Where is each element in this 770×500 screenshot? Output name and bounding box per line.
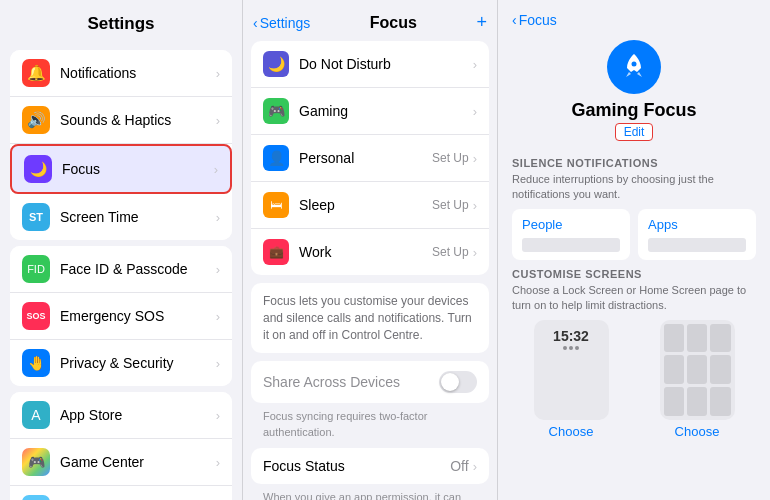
gamecenter-label: Game Center: [60, 454, 216, 470]
chevron-left-icon: ‹: [253, 15, 258, 31]
chevron-right-icon: ›: [216, 408, 220, 423]
middle-header: ‹ Settings Focus +: [243, 0, 497, 41]
dnd-icon: 🌙: [263, 51, 289, 77]
faceid-icon: FID: [22, 255, 50, 283]
focus-back-label: Focus: [519, 12, 557, 28]
app-block-4: [664, 355, 684, 384]
focus-status-item[interactable]: Focus Status Off ›: [251, 448, 489, 484]
chevron-right-icon: ›: [216, 113, 220, 128]
people-button[interactable]: People: [512, 209, 630, 260]
customise-label: CUSTOMISE SCREENS: [512, 268, 756, 280]
app-block-7: [664, 387, 684, 416]
sidebar-item-faceid[interactable]: FID Face ID & Passcode ›: [10, 246, 232, 293]
privacy-icon: 🤚: [22, 349, 50, 377]
focus-items-group: 🌙 Do Not Disturb › ➜ 🎮 Gaming › 👤 Person…: [251, 41, 489, 275]
settings-back-label: Settings: [260, 15, 311, 31]
app-block-2: [687, 324, 707, 353]
customise-desc: Choose a Lock Screen or Home Screen page…: [512, 283, 756, 314]
focus-item-gaming[interactable]: ➜ 🎮 Gaming ›: [251, 88, 489, 135]
chevron-right-icon: ›: [216, 66, 220, 81]
focus-item-sleep[interactable]: 🛏 Sleep Set Up ›: [251, 182, 489, 229]
home-screen-preview: Choose: [638, 320, 756, 439]
gaming-focus-header: Gaming Focus Edit: [512, 36, 756, 141]
sidebar-item-privacy[interactable]: 🤚 Privacy & Security ›: [10, 340, 232, 386]
people-label: People: [522, 217, 562, 232]
sidebar-item-appstore[interactable]: A App Store ›: [10, 392, 232, 439]
people-placeholder: [522, 238, 620, 252]
sidebar-item-icloud[interactable]: ☁ iCloud ›: [10, 486, 232, 500]
svg-point-0: [632, 62, 637, 67]
sleep-setup: Set Up: [432, 198, 469, 212]
focus-item-work[interactable]: 💼 Work Set Up ›: [251, 229, 489, 275]
focus-panel-title: Focus: [370, 14, 417, 32]
app-block-1: [664, 324, 684, 353]
personal-setup: Set Up: [432, 151, 469, 165]
add-focus-button[interactable]: +: [476, 12, 487, 33]
appstore-icon: A: [22, 401, 50, 429]
lock-screen-choose[interactable]: Choose: [549, 424, 594, 439]
faceid-label: Face ID & Passcode: [60, 261, 216, 277]
chevron-right-icon: ›: [473, 104, 477, 119]
apps-button[interactable]: Apps: [638, 209, 756, 260]
icloud-icon: ☁: [22, 495, 50, 500]
sleep-icon: 🛏: [263, 192, 289, 218]
dnd-label: Do Not Disturb: [299, 56, 473, 72]
silence-section-label: SILENCE NOTIFICATIONS: [512, 157, 756, 169]
privacy-label: Privacy & Security: [60, 355, 216, 371]
sounds-label: Sounds & Haptics: [60, 112, 216, 128]
sidebar-item-emergencysos[interactable]: SOS Emergency SOS ›: [10, 293, 232, 340]
chevron-right-icon: ›: [216, 455, 220, 470]
settings-group-3: A App Store › 🎮 Game Center › ☁ iCloud ›…: [10, 392, 232, 500]
right-content: Gaming Focus Edit SILENCE NOTIFICATIONS …: [498, 36, 770, 500]
sidebar-item-notifications[interactable]: 🔔 Notifications ›: [10, 50, 232, 97]
chevron-right-icon: ›: [473, 245, 477, 260]
app-block-9: [710, 387, 730, 416]
work-icon: 💼: [263, 239, 289, 265]
app-block-5: [687, 355, 707, 384]
sleep-label: Sleep: [299, 197, 432, 213]
chevron-right-icon: ›: [216, 356, 220, 371]
home-apps-grid: [660, 320, 735, 420]
sidebar-item-gamecenter[interactable]: 🎮 Game Center ›: [10, 439, 232, 486]
notifications-label: Notifications: [60, 65, 216, 81]
share-across-label: Share Across Devices: [263, 374, 439, 390]
settings-title: Settings: [0, 0, 242, 44]
edit-gaming-button[interactable]: Edit: [615, 123, 654, 141]
chevron-right-icon: ›: [216, 210, 220, 225]
settings-back-button[interactable]: ‹ Settings: [253, 15, 310, 31]
focus-item-dnd[interactable]: 🌙 Do Not Disturb ›: [251, 41, 489, 88]
focus-label: Focus: [62, 161, 214, 177]
sidebar-item-focus[interactable]: 🌙 Focus ›: [10, 144, 232, 194]
focus-status-value: Off: [450, 458, 468, 474]
app-block-8: [687, 387, 707, 416]
settings-list: 🔔 Notifications › 🔊 Sounds & Haptics › 🌙…: [0, 44, 242, 500]
chevron-right-icon: ›: [216, 309, 220, 324]
sidebar-item-screentime[interactable]: ST Screen Time ›: [10, 194, 232, 240]
focus-item-personal[interactable]: 👤 Personal Set Up ›: [251, 135, 489, 182]
share-toggle[interactable]: [439, 371, 477, 393]
silence-section-desc: Reduce interruptions by choosing just th…: [512, 172, 756, 203]
focus-status-label: Focus Status: [263, 458, 450, 474]
focus-back-button[interactable]: ‹ Focus: [512, 12, 557, 28]
home-screen-choose[interactable]: Choose: [675, 424, 720, 439]
chevron-right-icon: ›: [473, 57, 477, 72]
screen-previews-row: 15:32 Choose: [512, 320, 756, 439]
chevron-right-icon: ›: [473, 459, 477, 474]
chevron-right-icon: ›: [473, 198, 477, 213]
personal-label: Personal: [299, 150, 432, 166]
focus-status-desc: When you give an app permission, it can …: [251, 486, 489, 500]
sos-label: Emergency SOS: [60, 308, 216, 324]
lock-time: 15:32: [534, 328, 609, 344]
right-gaming-panel: ‹ Focus Gaming Focus Edit SILENCE NOTIFI…: [498, 0, 770, 500]
sidebar-item-sounds[interactable]: 🔊 Sounds & Haptics ›: [10, 97, 232, 144]
appstore-label: App Store: [60, 407, 216, 423]
home-screen-frame: [660, 320, 735, 420]
notifications-icon: 🔔: [22, 59, 50, 87]
focus-icon: 🌙: [24, 155, 52, 183]
share-across-devices-item[interactable]: Share Across Devices: [251, 361, 489, 403]
screentime-label: Screen Time: [60, 209, 216, 225]
focus-status-group: Focus Status Off ›: [251, 448, 489, 484]
sos-icon: SOS: [22, 302, 50, 330]
app-block-3: [710, 324, 730, 353]
chevron-left-icon: ‹: [512, 12, 517, 28]
